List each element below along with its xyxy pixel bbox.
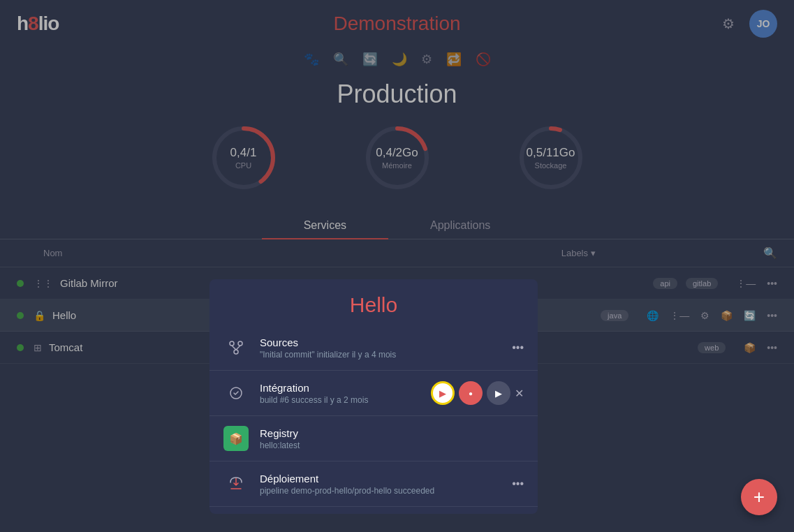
integration-close-btn[interactable]: ✕: [515, 387, 524, 400]
svg-point-8: [234, 350, 238, 354]
svg-line-10: [236, 346, 240, 350]
fab-add-button[interactable]: +: [741, 479, 777, 515]
integration-subtitle: build #6 success il y a 2 mois: [260, 395, 420, 405]
modal-title: Hello: [209, 279, 538, 325]
integration-icon: [223, 380, 249, 406]
sources-icon: [223, 335, 249, 360]
svg-point-7: [238, 341, 242, 346]
svg-point-6: [230, 341, 234, 346]
sources-more-btn[interactable]: •••: [512, 341, 524, 354]
registry-subtitle: hello:latest: [260, 441, 524, 450]
integration-actions: ▶ ● ▶ ✕: [431, 381, 524, 405]
deploy-more-btn[interactable]: •••: [512, 478, 524, 490]
integration-stop-btn[interactable]: ●: [459, 381, 483, 405]
service-detail-modal: Hello Sources "Initial commit" initializ…: [209, 279, 538, 514]
integration-run-btn[interactable]: ▶: [487, 381, 510, 405]
svg-line-9: [232, 346, 236, 350]
sources-subtitle: "Initial commit" initializer il y a 4 mo…: [260, 350, 501, 360]
modal-section-integration: Intégration build #6 success il y a 2 mo…: [209, 371, 538, 416]
integration-play-highlighted-btn[interactable]: ▶: [431, 381, 455, 405]
registry-icon-container: 📦: [223, 426, 249, 451]
integration-title: Intégration: [260, 382, 420, 394]
deploy-title: Déploiement: [260, 473, 501, 485]
registry-title: Registry: [260, 427, 524, 439]
modal-section-deploiement: Déploiement pipeline demo-prod-hello/pro…: [209, 461, 538, 507]
modal-section-sources: Sources "Initial commit" initializer il …: [209, 325, 538, 371]
deploy-subtitle: pipeline demo-prod-hello/prod-hello succ…: [260, 486, 501, 496]
modal-section-registry: 📦 Registry hello:latest: [209, 416, 538, 461]
sources-title: Sources: [260, 337, 501, 348]
deploy-icon: [223, 471, 249, 496]
registry-icon: 📦: [223, 426, 249, 451]
